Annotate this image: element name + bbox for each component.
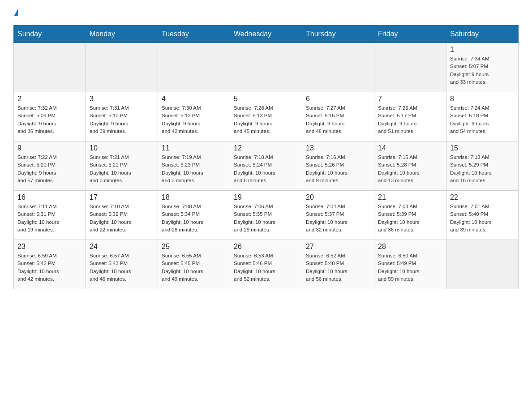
- day-number: 8: [450, 95, 515, 103]
- calendar-cell: 18Sunrise: 7:08 AM Sunset: 5:34 PM Dayli…: [158, 191, 230, 240]
- calendar-cell: [230, 43, 302, 92]
- day-info: Sunrise: 7:16 AM Sunset: 5:26 PM Dayligh…: [306, 154, 370, 184]
- day-info: Sunrise: 7:10 AM Sunset: 5:32 PM Dayligh…: [90, 203, 154, 234]
- logo-arrow-icon: [14, 9, 18, 16]
- day-number: 20: [306, 193, 370, 201]
- day-info: Sunrise: 7:03 AM Sunset: 5:39 PM Dayligh…: [378, 203, 442, 234]
- day-number: 17: [90, 193, 154, 201]
- day-number: 7: [378, 95, 442, 103]
- weekday-header-tuesday: Tuesday: [158, 26, 230, 43]
- day-number: 21: [378, 193, 442, 201]
- day-number: 5: [234, 95, 298, 103]
- day-info: Sunrise: 7:27 AM Sunset: 5:15 PM Dayligh…: [306, 104, 370, 135]
- day-info: Sunrise: 7:18 AM Sunset: 5:24 PM Dayligh…: [234, 154, 298, 184]
- day-info: Sunrise: 7:31 AM Sunset: 5:10 PM Dayligh…: [90, 104, 154, 135]
- calendar-cell: 14Sunrise: 7:15 AM Sunset: 5:28 PM Dayli…: [374, 141, 446, 191]
- calendar-cell: 8Sunrise: 7:24 AM Sunset: 5:18 PM Daylig…: [446, 92, 519, 141]
- calendar-cell: 5Sunrise: 7:28 AM Sunset: 5:13 PM Daylig…: [230, 92, 302, 141]
- calendar-cell: 19Sunrise: 7:06 AM Sunset: 5:35 PM Dayli…: [230, 191, 302, 240]
- calendar-cell: [302, 43, 374, 92]
- day-info: Sunrise: 6:52 AM Sunset: 5:48 PM Dayligh…: [306, 252, 370, 283]
- day-info: Sunrise: 7:30 AM Sunset: 5:12 PM Dayligh…: [162, 104, 226, 135]
- calendar-cell: 16Sunrise: 7:11 AM Sunset: 5:31 PM Dayli…: [14, 191, 86, 240]
- day-info: Sunrise: 7:25 AM Sunset: 5:17 PM Dayligh…: [378, 104, 442, 135]
- calendar-cell: 2Sunrise: 7:32 AM Sunset: 5:09 PM Daylig…: [14, 92, 86, 141]
- day-number: 23: [17, 243, 82, 251]
- calendar-week-row: 9Sunrise: 7:22 AM Sunset: 5:20 PM Daylig…: [14, 141, 519, 191]
- calendar-cell: 27Sunrise: 6:52 AM Sunset: 5:48 PM Dayli…: [302, 240, 374, 289]
- day-number: 27: [306, 243, 370, 251]
- day-info: Sunrise: 7:34 AM Sunset: 5:07 PM Dayligh…: [450, 55, 515, 86]
- day-info: Sunrise: 7:04 AM Sunset: 5:37 PM Dayligh…: [306, 203, 370, 234]
- day-number: 22: [450, 193, 515, 201]
- calendar-week-row: 16Sunrise: 7:11 AM Sunset: 5:31 PM Dayli…: [14, 191, 519, 240]
- logo: [13, 9, 18, 16]
- calendar-cell: 12Sunrise: 7:18 AM Sunset: 5:24 PM Dayli…: [230, 141, 302, 191]
- day-number: 26: [234, 243, 298, 251]
- day-info: Sunrise: 7:13 AM Sunset: 5:29 PM Dayligh…: [450, 154, 515, 184]
- calendar-cell: [446, 240, 519, 289]
- day-info: Sunrise: 7:22 AM Sunset: 5:20 PM Dayligh…: [17, 154, 82, 184]
- day-info: Sunrise: 7:32 AM Sunset: 5:09 PM Dayligh…: [17, 104, 82, 135]
- calendar-cell: 15Sunrise: 7:13 AM Sunset: 5:29 PM Dayli…: [446, 141, 519, 191]
- calendar-cell: 17Sunrise: 7:10 AM Sunset: 5:32 PM Dayli…: [86, 191, 158, 240]
- calendar-cell: [374, 43, 446, 92]
- day-number: 25: [162, 243, 226, 251]
- calendar-week-row: 23Sunrise: 6:59 AM Sunset: 5:42 PM Dayli…: [14, 240, 519, 289]
- calendar-week-row: 2Sunrise: 7:32 AM Sunset: 5:09 PM Daylig…: [14, 92, 519, 141]
- day-number: 14: [378, 144, 442, 152]
- day-info: Sunrise: 7:21 AM Sunset: 5:21 PM Dayligh…: [90, 154, 154, 184]
- day-number: 12: [234, 144, 298, 152]
- weekday-header-wednesday: Wednesday: [230, 26, 302, 43]
- day-number: 9: [17, 144, 82, 152]
- day-info: Sunrise: 7:11 AM Sunset: 5:31 PM Dayligh…: [17, 203, 82, 234]
- day-number: 2: [17, 95, 82, 103]
- calendar-cell: 26Sunrise: 6:53 AM Sunset: 5:46 PM Dayli…: [230, 240, 302, 289]
- calendar-week-row: 1Sunrise: 7:34 AM Sunset: 5:07 PM Daylig…: [14, 43, 519, 92]
- calendar-cell: 28Sunrise: 6:50 AM Sunset: 5:49 PM Dayli…: [374, 240, 446, 289]
- day-info: Sunrise: 7:08 AM Sunset: 5:34 PM Dayligh…: [162, 203, 226, 234]
- page-header: [13, 9, 519, 16]
- day-number: 24: [90, 243, 154, 251]
- day-number: 4: [162, 95, 226, 103]
- day-number: 16: [17, 193, 82, 201]
- calendar-cell: 3Sunrise: 7:31 AM Sunset: 5:10 PM Daylig…: [86, 92, 158, 141]
- day-number: 13: [306, 144, 370, 152]
- calendar-cell: 24Sunrise: 6:57 AM Sunset: 5:43 PM Dayli…: [86, 240, 158, 289]
- calendar-cell: [86, 43, 158, 92]
- calendar-cell: 25Sunrise: 6:55 AM Sunset: 5:45 PM Dayli…: [158, 240, 230, 289]
- day-number: 1: [450, 46, 515, 54]
- day-number: 18: [162, 193, 226, 201]
- day-number: 19: [234, 193, 298, 201]
- day-info: Sunrise: 7:24 AM Sunset: 5:18 PM Dayligh…: [450, 104, 515, 135]
- day-number: 10: [90, 144, 154, 152]
- day-info: Sunrise: 7:15 AM Sunset: 5:28 PM Dayligh…: [378, 154, 442, 184]
- weekday-header-friday: Friday: [374, 26, 446, 43]
- day-info: Sunrise: 7:06 AM Sunset: 5:35 PM Dayligh…: [234, 203, 298, 234]
- weekday-header-row: SundayMondayTuesdayWednesdayThursdayFrid…: [14, 26, 519, 43]
- calendar-cell: 11Sunrise: 7:19 AM Sunset: 5:23 PM Dayli…: [158, 141, 230, 191]
- calendar-cell: 1Sunrise: 7:34 AM Sunset: 5:07 PM Daylig…: [446, 43, 519, 92]
- weekday-header-saturday: Saturday: [446, 26, 519, 43]
- calendar-cell: 10Sunrise: 7:21 AM Sunset: 5:21 PM Dayli…: [86, 141, 158, 191]
- day-number: 6: [306, 95, 370, 103]
- calendar-cell: 23Sunrise: 6:59 AM Sunset: 5:42 PM Dayli…: [14, 240, 86, 289]
- calendar-cell: 22Sunrise: 7:01 AM Sunset: 5:40 PM Dayli…: [446, 191, 519, 240]
- day-info: Sunrise: 7:19 AM Sunset: 5:23 PM Dayligh…: [162, 154, 226, 184]
- day-number: 28: [378, 243, 442, 251]
- day-info: Sunrise: 6:59 AM Sunset: 5:42 PM Dayligh…: [17, 252, 82, 283]
- calendar-cell: 6Sunrise: 7:27 AM Sunset: 5:15 PM Daylig…: [302, 92, 374, 141]
- calendar-cell: 4Sunrise: 7:30 AM Sunset: 5:12 PM Daylig…: [158, 92, 230, 141]
- calendar-cell: 13Sunrise: 7:16 AM Sunset: 5:26 PM Dayli…: [302, 141, 374, 191]
- weekday-header-thursday: Thursday: [302, 26, 374, 43]
- weekday-header-sunday: Sunday: [14, 26, 86, 43]
- calendar-table: SundayMondayTuesdayWednesdayThursdayFrid…: [13, 25, 519, 289]
- day-number: 3: [90, 95, 154, 103]
- day-number: 15: [450, 144, 515, 152]
- weekday-header-monday: Monday: [86, 26, 158, 43]
- calendar-cell: [14, 43, 86, 92]
- calendar-cell: 20Sunrise: 7:04 AM Sunset: 5:37 PM Dayli…: [302, 191, 374, 240]
- day-info: Sunrise: 7:01 AM Sunset: 5:40 PM Dayligh…: [450, 203, 515, 234]
- calendar-cell: 7Sunrise: 7:25 AM Sunset: 5:17 PM Daylig…: [374, 92, 446, 141]
- calendar-cell: 21Sunrise: 7:03 AM Sunset: 5:39 PM Dayli…: [374, 191, 446, 240]
